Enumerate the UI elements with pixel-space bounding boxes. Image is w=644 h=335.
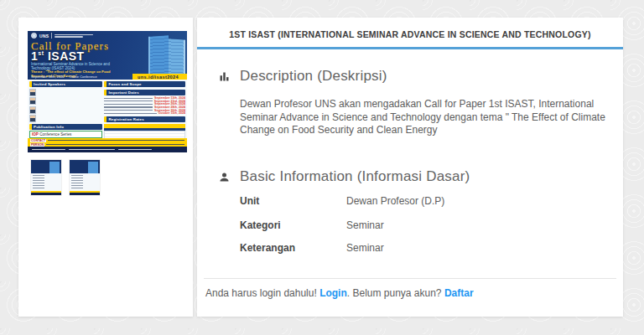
- poster-footer-bar: [28, 147, 187, 152]
- title-underline: [197, 47, 623, 49]
- page-title: 1ST ISAST (INTERNATIONAL SEMINAR ADVANCE…: [197, 29, 623, 39]
- login-prompt: Anda harus login dahulu!: [205, 287, 317, 299]
- person-icon: [218, 171, 231, 183]
- speaker-row: [29, 115, 102, 122]
- basic-info-heading: Basic Information (Informasi Dasar): [240, 168, 470, 185]
- speaker-row: [29, 89, 102, 96]
- speaker-photo: [29, 89, 36, 96]
- description-text: Dewan Profesor UNS akan mengadakan Call …: [240, 98, 607, 137]
- uns-logo-icon: [31, 33, 37, 39]
- speaker-photo: [29, 106, 36, 114]
- registration-rates-table: [104, 124, 185, 139]
- poster-org: UNS: [39, 34, 49, 39]
- info-value: Seminar: [346, 242, 384, 254]
- login-link[interactable]: Login: [319, 287, 347, 299]
- poster-date-mode: September 30th, 2024 • Online Conference: [28, 75, 97, 79]
- footer-divider: [204, 278, 616, 279]
- speaker-row: [29, 97, 102, 105]
- description-heading: Description (Deskripsi): [240, 68, 387, 85]
- info-label: Kategori: [240, 219, 346, 231]
- description-section-header: Description (Deskripsi): [218, 68, 387, 85]
- info-label: Keterangan: [240, 242, 346, 254]
- poster-section-invited-speakers: Invited Speakers: [29, 81, 102, 87]
- speaker-photo: [29, 115, 36, 122]
- info-label: Unit: [240, 195, 346, 207]
- info-row-unit: Unit Dewan Profesor (D.P): [240, 195, 600, 207]
- bar-chart-icon: [218, 70, 231, 83]
- poster-thumbnail-2[interactable]: [70, 160, 100, 195]
- info-value: Dewan Profesor (D.P): [346, 195, 444, 207]
- info-row-kategori: Kategori Seminar: [240, 219, 600, 231]
- speaker-photo: [29, 97, 36, 105]
- important-dates-list: September 13th, 2024 September 23rd, 202…: [104, 97, 185, 116]
- poster-thumbnail-1[interactable]: [31, 160, 61, 195]
- poster-panel: UNS Call for Papers 1st ISAST Internatio…: [18, 18, 193, 317]
- poster-contact-bar: CONTACT PERSON: [28, 138, 187, 147]
- iop-conference-series: IOP Conference Series: [29, 131, 102, 138]
- poster-hero: UNS Call for Papers 1st ISAST Internatio…: [28, 31, 187, 80]
- poster-title: 1st ISAST: [31, 49, 85, 63]
- register-prompt: . Belum punya akun?: [347, 287, 442, 299]
- info-value: Seminar: [346, 219, 384, 231]
- poster-section-important-dates: Important Dates: [104, 90, 185, 95]
- speaker-row: [29, 106, 102, 114]
- event-poster[interactable]: UNS Call for Papers 1st ISAST Internatio…: [28, 31, 187, 152]
- poster-section-focus-scope: Focus and Scope: [104, 81, 185, 87]
- login-note: Anda harus login dahulu! Login. Belum pu…: [205, 287, 474, 299]
- event-detail-panel: 1ST ISAST (INTERNATIONAL SEMINAR ADVANCE…: [197, 18, 623, 317]
- basic-info-section-header: Basic Information (Informasi Dasar): [218, 168, 470, 185]
- info-row-keterangan: Keterangan Seminar: [240, 242, 600, 254]
- register-link[interactable]: Daftar: [444, 287, 474, 299]
- poster-section-registration-rates: Registration Rates: [104, 116, 185, 122]
- poster-url: uns.id/isast2024: [132, 74, 187, 80]
- poster-section-publication-info: Publication Info: [29, 124, 102, 130]
